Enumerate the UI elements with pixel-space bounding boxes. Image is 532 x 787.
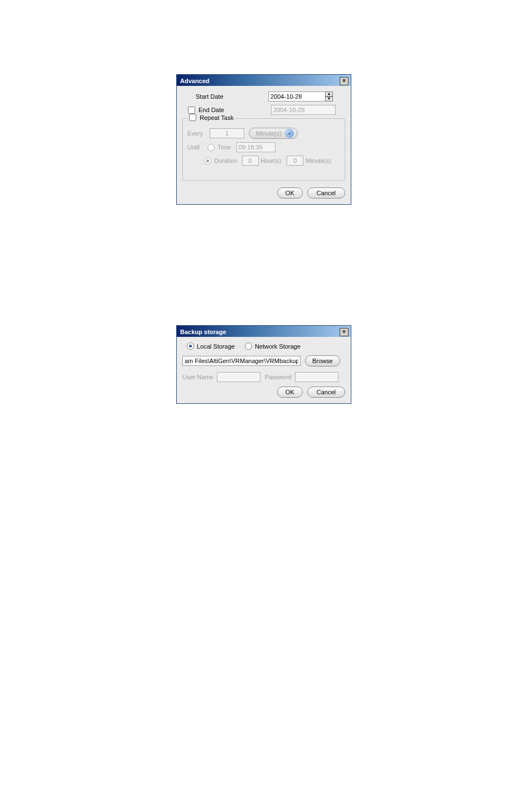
browse-button[interactable]: Browse	[305, 355, 340, 366]
dialog-body: Start Date End Date Repeat Task Every	[177, 86, 351, 204]
path-row: Browse	[182, 355, 345, 366]
until-label: Until	[187, 144, 204, 151]
time-input	[236, 142, 275, 152]
credentials-row: User Name Password	[182, 372, 345, 382]
start-date-field[interactable]	[268, 91, 333, 102]
close-icon[interactable]: ×	[340, 77, 349, 85]
dialog-title: Backup storage	[180, 329, 226, 335]
end-date-checkbox[interactable]	[188, 107, 195, 114]
until-row: Until Time	[187, 142, 340, 152]
end-date-input	[271, 105, 336, 115]
every-label: Every	[187, 130, 206, 137]
end-date-label: End Date	[199, 107, 271, 113]
dialog-title: Advanced	[180, 78, 210, 84]
minutes-label: Minute(s)	[306, 157, 331, 164]
close-icon[interactable]: ×	[340, 328, 349, 336]
duration-radio	[204, 157, 211, 165]
hours-input	[242, 156, 259, 166]
backup-dialog: Backup storage × Local Storage Network S…	[176, 325, 351, 404]
repeat-legend-label: Repeat Task	[200, 114, 234, 121]
repeat-task-group: Repeat Task Every Minute(s) ▾ Until Time	[182, 118, 345, 181]
unit-dropdown: Minute(s) ▾	[249, 128, 298, 139]
advanced-dialog: Advanced × Start Date End Date Repeat Ta…	[176, 74, 351, 205]
dialog-body: Local Storage Network Storage Browse Use…	[177, 337, 351, 403]
ok-button[interactable]: OK	[277, 387, 303, 398]
hours-label: Hour(s)	[261, 157, 282, 164]
dropdown-arrow-icon: ▾	[285, 129, 294, 138]
cancel-button[interactable]: Cancel	[307, 187, 345, 199]
storage-type-row: Local Storage Network Storage	[187, 342, 345, 350]
time-label: Time	[217, 144, 234, 151]
date-spinner[interactable]	[325, 91, 333, 102]
titlebar: Backup storage ×	[177, 326, 351, 337]
titlebar: Advanced ×	[177, 75, 351, 86]
spinner-down-icon[interactable]	[325, 96, 333, 102]
ok-button[interactable]: OK	[277, 187, 303, 199]
unit-label: Minute(s)	[256, 130, 282, 137]
start-date-label: Start Date	[196, 93, 268, 100]
button-row: OK Cancel	[182, 387, 345, 398]
every-row: Every Minute(s) ▾	[187, 128, 340, 139]
password-label: Password	[265, 374, 292, 380]
button-row: OK Cancel	[182, 187, 345, 199]
network-storage-label: Network Storage	[255, 343, 301, 350]
duration-label: Duration	[214, 157, 238, 164]
username-label: User Name	[182, 374, 214, 380]
repeat-task-checkbox[interactable]	[189, 114, 196, 121]
password-input	[295, 372, 338, 382]
time-radio	[207, 144, 215, 151]
cancel-button[interactable]: Cancel	[307, 387, 345, 398]
username-input	[217, 372, 260, 382]
every-input	[210, 128, 244, 138]
repeat-legend: Repeat Task	[187, 114, 235, 121]
path-input[interactable]	[182, 356, 301, 366]
minutes-input	[287, 156, 303, 166]
local-storage-radio[interactable]	[187, 342, 194, 350]
spinner-up-icon[interactable]	[325, 91, 333, 96]
start-date-input[interactable]	[268, 91, 326, 102]
local-storage-label: Local Storage	[197, 343, 235, 350]
network-storage-radio[interactable]	[245, 342, 252, 350]
duration-row: Duration Hour(s) Minute(s)	[187, 156, 340, 166]
start-date-row: Start Date	[182, 91, 345, 102]
